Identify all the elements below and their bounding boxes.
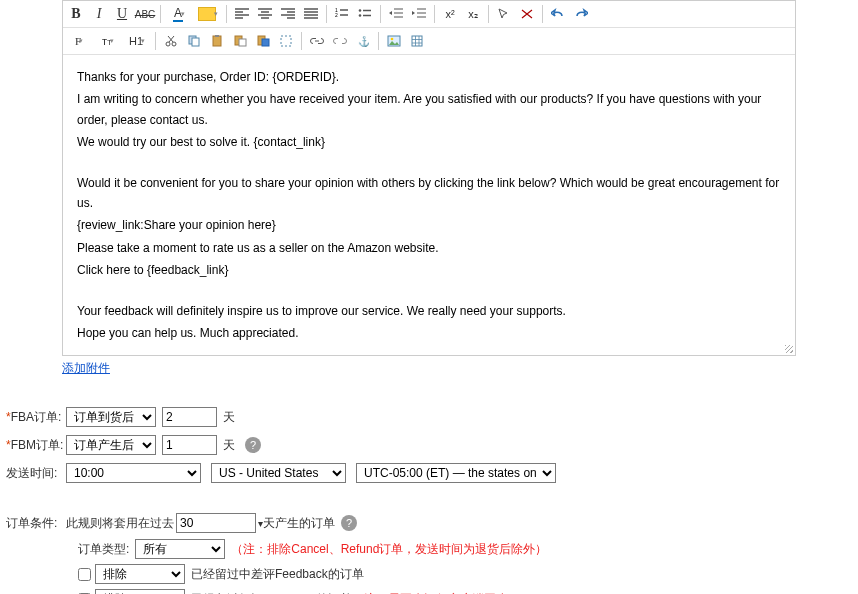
svg-rect-18	[412, 36, 422, 46]
text-color-button[interactable]: A▾	[165, 3, 193, 25]
editor-line: Would it be convenient for you to share …	[77, 173, 781, 214]
svg-rect-8	[213, 36, 221, 46]
editor-line: Click here to {feedback_link}	[77, 260, 781, 280]
svg-point-5	[172, 42, 176, 46]
cut-button[interactable]	[160, 30, 182, 52]
editor-line: Thanks for your purchase, Order ID: {ORD…	[77, 67, 781, 87]
editor-line: {review_link:Share your opinion here}	[77, 215, 781, 235]
svg-text:⚓: ⚓	[358, 35, 369, 47]
strikethrough-button[interactable]: ABC	[134, 3, 156, 25]
font-size-button[interactable]: тT▾	[94, 30, 122, 52]
cursor-icon[interactable]	[493, 3, 515, 25]
svg-rect-7	[192, 38, 199, 46]
italic-button[interactable]: I	[88, 3, 110, 25]
undo-button[interactable]	[547, 3, 569, 25]
font-family-button[interactable]: F▾	[65, 30, 93, 52]
rule-prefix: 此规则将套用在过去	[66, 515, 174, 532]
add-attachment-link[interactable]: 添加附件	[62, 361, 110, 375]
svg-rect-11	[239, 39, 246, 46]
editor-line: Your feedback will definitely inspire us…	[77, 301, 781, 321]
ordertype-label: 订单类型:	[78, 541, 129, 558]
paste-word-button[interactable]	[252, 30, 274, 52]
underline-button[interactable]: U	[111, 3, 133, 25]
editor-line: Please take a moment to rate us as a sel…	[77, 238, 781, 258]
fbm-days-input[interactable]	[162, 435, 217, 455]
help-icon[interactable]: ?	[245, 437, 261, 453]
heading-button[interactable]: H1▾	[123, 30, 151, 52]
highlight-button[interactable]: ▾	[194, 3, 222, 25]
unordered-list-button[interactable]	[354, 3, 376, 25]
svg-text:2: 2	[335, 12, 338, 18]
svg-point-3	[359, 14, 362, 17]
select-all-button[interactable]	[275, 30, 297, 52]
remove-format-button[interactable]	[516, 3, 538, 25]
subscript-button[interactable]: x₂	[462, 3, 484, 25]
editor-line: I am writing to concern whether you have…	[77, 89, 781, 130]
paste-button[interactable]	[206, 30, 228, 52]
editor-line: We would try our best to solve it. {cont…	[77, 132, 781, 152]
redo-button[interactable]	[570, 3, 592, 25]
sendtime-label: 发送时间:	[6, 465, 66, 482]
outdent-button[interactable]	[385, 3, 407, 25]
fbm-label: *FBM订单:	[6, 437, 66, 454]
exclude-mid-feedback-checkbox[interactable]	[78, 568, 91, 581]
exclude-select-1[interactable]: 排除	[95, 564, 185, 584]
svg-point-2	[359, 9, 362, 12]
past-days-input[interactable]	[176, 513, 256, 533]
toolbar-row-1: B I U ABC A▾ ▾ 12 x² x₂	[63, 1, 795, 28]
rich-text-editor: B I U ABC A▾ ▾ 12 x² x₂ F▾ тT▾ H1▾	[62, 0, 796, 356]
timezone-select[interactable]: UTC-05:00 (ET) — the states on the Atla	[356, 463, 556, 483]
toolbar-row-2: F▾ тT▾ H1▾ ⚓⚓	[63, 28, 795, 55]
align-center-button[interactable]	[254, 3, 276, 25]
ordertype-note: （注：排除Cancel、Refund订单，发送时间为退货后除外）	[231, 541, 547, 558]
mid-feedback-text: 已经留过中差评Feedback的订单	[191, 566, 364, 583]
fba-label: *FBA订单:	[6, 409, 66, 426]
time-select[interactable]: 10:00	[66, 463, 201, 483]
rule-suffix: 天产生的订单	[263, 515, 335, 532]
resize-handle[interactable]	[783, 343, 793, 353]
svg-point-4	[166, 42, 170, 46]
country-select[interactable]: US - United States	[211, 463, 346, 483]
fba-select[interactable]: 订单到货后	[66, 407, 156, 427]
editor-line: Hope you can help us. Much appreciated.	[77, 323, 781, 343]
insert-image-button[interactable]	[383, 30, 405, 52]
link-button[interactable]	[306, 30, 328, 52]
conditions-label: 订单条件:	[6, 515, 66, 532]
svg-rect-14	[281, 36, 291, 46]
fbm-select[interactable]: 订单产生后	[66, 435, 156, 455]
help-icon[interactable]: ?	[341, 515, 357, 531]
editor-content[interactable]: Thanks for your purchase, Order ID: {ORD…	[63, 55, 795, 355]
align-left-button[interactable]	[231, 3, 253, 25]
anchor-button[interactable]: ⚓⚓	[352, 30, 374, 52]
superscript-button[interactable]: x²	[439, 3, 461, 25]
svg-point-17	[391, 38, 394, 41]
indent-button[interactable]	[408, 3, 430, 25]
paste-text-button[interactable]	[229, 30, 251, 52]
days-unit: 天	[223, 437, 235, 454]
insert-table-button[interactable]	[406, 30, 428, 52]
copy-button[interactable]	[183, 30, 205, 52]
ordertype-select[interactable]: 所有	[135, 539, 225, 559]
unlink-button[interactable]	[329, 30, 351, 52]
exclude-select-2[interactable]: 排除	[95, 589, 185, 594]
align-justify-button[interactable]	[300, 3, 322, 25]
svg-rect-13	[262, 39, 269, 46]
days-unit: 天	[223, 409, 235, 426]
ordered-list-button[interactable]: 12	[331, 3, 353, 25]
svg-rect-9	[215, 35, 219, 37]
fba-days-input[interactable]	[162, 407, 217, 427]
align-right-button[interactable]	[277, 3, 299, 25]
bold-button[interactable]: B	[65, 3, 87, 25]
